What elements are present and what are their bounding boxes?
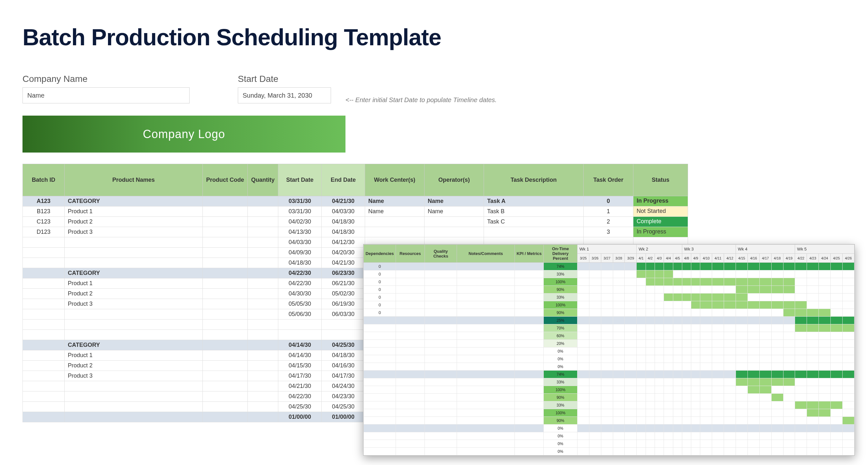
company-name-input[interactable] <box>23 87 190 103</box>
cell[interactable] <box>457 294 515 301</box>
status-cell[interactable]: Complete <box>633 217 688 227</box>
cell[interactable]: 90% <box>544 286 578 294</box>
cell[interactable]: Product 3 <box>65 299 203 309</box>
cell[interactable] <box>515 324 544 332</box>
cell[interactable] <box>278 320 322 330</box>
cell[interactable] <box>23 402 65 412</box>
cell[interactable]: 0 <box>364 294 396 301</box>
cell[interactable] <box>457 263 515 270</box>
cell[interactable] <box>425 440 457 447</box>
cell[interactable] <box>457 401 515 409</box>
cell[interactable] <box>23 237 65 247</box>
cell[interactable]: 04/21/30 <box>322 196 365 206</box>
cell[interactable]: 04/21/30 <box>322 258 365 268</box>
cell[interactable]: 04/03/30 <box>278 237 322 247</box>
cell[interactable]: 04/30/30 <box>278 289 322 299</box>
cell[interactable] <box>65 402 203 412</box>
cell[interactable] <box>425 378 457 386</box>
cell[interactable]: 04/16/30 <box>322 361 365 371</box>
cell[interactable]: C123 <box>23 217 65 227</box>
cell[interactable] <box>203 278 248 289</box>
table-row[interactable]: A123CATEGORY03/31/3004/21/30NameNameTask… <box>23 196 688 206</box>
cell[interactable] <box>23 278 65 289</box>
cell[interactable] <box>23 392 65 402</box>
cell[interactable] <box>457 340 515 347</box>
cell[interactable]: 25% <box>544 317 578 324</box>
col-task-order[interactable]: Task Order <box>584 164 633 196</box>
cell[interactable] <box>515 263 544 270</box>
cell[interactable]: 06/21/30 <box>322 278 365 289</box>
cell[interactable]: 04/17/30 <box>278 371 322 381</box>
cell[interactable] <box>23 412 65 422</box>
col-dependencies[interactable]: Dependencies <box>364 245 396 263</box>
cell[interactable]: 04/21/30 <box>278 381 322 392</box>
cell[interactable]: 04/12/30 <box>322 237 365 247</box>
cell[interactable] <box>396 409 425 417</box>
cell[interactable] <box>425 270 457 278</box>
cell[interactable] <box>457 409 515 417</box>
col-quantity[interactable]: Quantity <box>248 164 278 196</box>
cell[interactable] <box>457 278 515 286</box>
cell[interactable] <box>278 330 322 340</box>
cell[interactable] <box>425 425 457 432</box>
cell[interactable] <box>396 317 425 324</box>
cell[interactable]: Product 1 <box>65 351 203 361</box>
cell[interactable] <box>515 309 544 317</box>
cell[interactable]: 04/13/30 <box>278 227 322 237</box>
cell[interactable]: Name <box>425 196 484 206</box>
cell[interactable]: 33% <box>544 378 578 386</box>
cell[interactable] <box>396 332 425 340</box>
cell[interactable] <box>515 355 544 363</box>
timeline-row[interactable]: 0% <box>364 347 855 355</box>
cell[interactable] <box>515 425 544 432</box>
cell[interactable] <box>396 278 425 286</box>
cell[interactable] <box>23 258 65 268</box>
cell[interactable] <box>396 270 425 278</box>
start-date-input[interactable] <box>238 87 331 103</box>
cell[interactable] <box>248 227 278 237</box>
cell[interactable]: 100% <box>544 409 578 417</box>
cell[interactable] <box>396 432 425 440</box>
cell[interactable]: 04/25/30 <box>322 340 365 351</box>
cell[interactable] <box>515 363 544 371</box>
cell[interactable]: 20% <box>544 340 578 347</box>
cell[interactable] <box>515 294 544 301</box>
cell[interactable] <box>364 417 396 425</box>
timeline-row[interactable]: 0% <box>364 425 855 432</box>
cell[interactable] <box>203 227 248 237</box>
cell[interactable] <box>365 227 425 237</box>
timeline-row[interactable]: 100% <box>364 386 855 394</box>
cell[interactable] <box>515 340 544 347</box>
timeline-row[interactable]: 090% <box>364 286 855 294</box>
cell[interactable] <box>248 381 278 392</box>
cell[interactable] <box>457 317 515 324</box>
cell[interactable]: Task A <box>484 196 584 206</box>
cell[interactable]: CATEGORY <box>65 268 203 278</box>
cell[interactable] <box>396 386 425 394</box>
cell[interactable] <box>364 347 396 355</box>
cell[interactable]: 2 <box>584 217 633 227</box>
cell[interactable] <box>23 361 65 371</box>
cell[interactable]: 0% <box>544 363 578 371</box>
cell[interactable] <box>23 247 65 258</box>
cell[interactable] <box>23 330 65 340</box>
cell[interactable] <box>203 320 248 330</box>
cell[interactable] <box>65 258 203 268</box>
cell[interactable]: 0% <box>544 440 578 447</box>
timeline-row[interactable]: 0% <box>364 355 855 363</box>
cell[interactable] <box>23 381 65 392</box>
cell[interactable] <box>203 247 248 258</box>
cell[interactable]: 04/18/30 <box>278 258 322 268</box>
cell[interactable] <box>457 432 515 440</box>
cell[interactable]: 06/19/30 <box>322 299 365 309</box>
cell[interactable] <box>396 301 425 309</box>
cell[interactable] <box>457 386 515 394</box>
cell[interactable] <box>425 317 457 324</box>
cell[interactable]: 74% <box>544 263 578 270</box>
cell[interactable] <box>203 206 248 217</box>
cell[interactable]: 04/14/30 <box>278 351 322 361</box>
cell[interactable]: 74% <box>544 371 578 378</box>
cell[interactable] <box>457 378 515 386</box>
cell[interactable] <box>396 286 425 294</box>
timeline-row[interactable]: 0% <box>364 447 855 455</box>
